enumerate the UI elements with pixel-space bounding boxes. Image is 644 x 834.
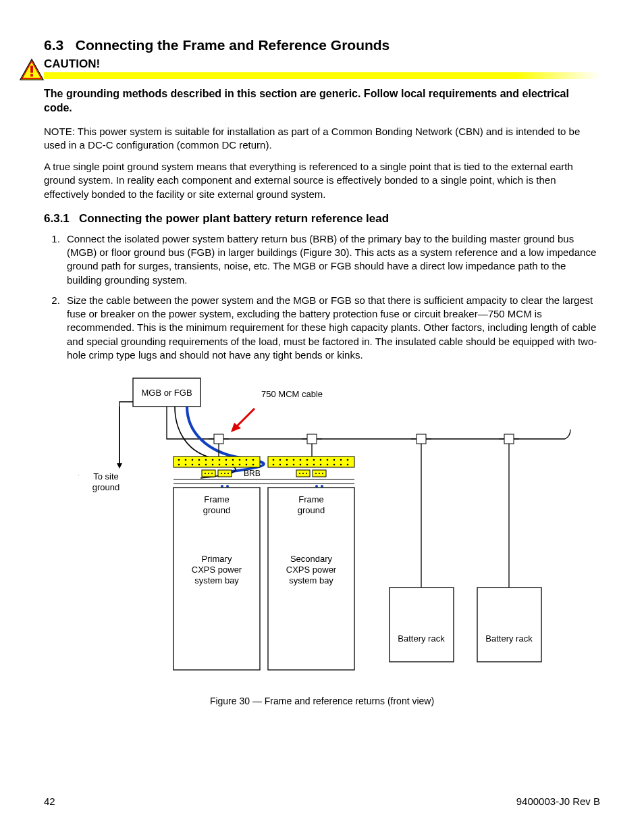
- frame-ground-label: Frame: [204, 494, 230, 504]
- body-paragraph: A true single point ground system means …: [44, 160, 600, 201]
- svg-point-60: [300, 459, 302, 461]
- svg-point-77: [333, 464, 336, 466]
- svg-point-71: [293, 464, 295, 466]
- svg-rect-23: [504, 434, 514, 444]
- svg-point-45: [185, 464, 187, 466]
- svg-point-32: [178, 459, 180, 461]
- svg-point-61: [306, 459, 308, 461]
- warning-triangle-icon: [19, 58, 45, 81]
- figure-caption: Figure 30 — Frame and reference returns …: [65, 696, 579, 706]
- svg-point-70: [286, 464, 288, 466]
- svg-point-54: [246, 464, 248, 466]
- svg-point-48: [205, 464, 207, 466]
- frame-ground-label: Frame: [298, 494, 324, 504]
- svg-point-47: [198, 464, 200, 466]
- page-footer: 42 9400003-J0 Rev B: [44, 796, 600, 807]
- svg-point-43: [252, 459, 254, 461]
- frame-ground-label: ground: [298, 505, 325, 515]
- svg-rect-20: [417, 434, 426, 444]
- svg-point-85: [208, 473, 209, 474]
- svg-point-36: [205, 459, 207, 461]
- svg-point-87: [221, 473, 222, 474]
- svg-point-53: [239, 464, 241, 466]
- cable-label: 750 MCM cable: [261, 389, 323, 399]
- svg-point-33: [185, 459, 187, 461]
- primary-bay-l3: system bay: [194, 575, 239, 585]
- yellow-accent-bar: [44, 72, 600, 79]
- battery-rack-label: Battery rack: [485, 633, 533, 644]
- svg-point-46: [192, 464, 194, 466]
- svg-point-38: [219, 459, 221, 461]
- list-item: Connect the isolated power system batter…: [63, 232, 600, 287]
- section-heading: 6.3 Connecting the Frame and Reference G…: [44, 37, 600, 53]
- svg-point-55: [252, 464, 254, 466]
- svg-point-93: [315, 473, 317, 474]
- numbered-list: Connect the isolated power system batter…: [44, 232, 600, 362]
- svg-point-58: [286, 459, 288, 461]
- svg-point-59: [293, 459, 295, 461]
- svg-rect-105: [477, 588, 541, 662]
- svg-point-65: [333, 459, 336, 461]
- svg-point-37: [212, 459, 214, 461]
- clamp-icon: [411, 434, 431, 444]
- svg-rect-104: [390, 588, 454, 662]
- secondary-bay-l1: Secondary: [290, 554, 333, 564]
- svg-point-78: [340, 464, 342, 466]
- to-site-line1: To site: [93, 471, 119, 481]
- svg-rect-30: [173, 457, 260, 467]
- mgb-label: MGB or FGB: [141, 388, 192, 398]
- clamp-icon: [209, 434, 229, 444]
- svg-point-76: [327, 464, 329, 466]
- battery-rack-label: Battery rack: [398, 633, 445, 644]
- svg-point-35: [198, 459, 200, 461]
- svg-point-90: [299, 473, 300, 474]
- to-site-line2: ground: [92, 482, 119, 492]
- svg-point-40: [232, 459, 234, 461]
- svg-rect-14: [214, 434, 223, 444]
- svg-point-75: [320, 464, 322, 466]
- svg-point-92: [306, 473, 307, 474]
- svg-point-42: [246, 459, 248, 461]
- doc-reference: 9400003-J0 Rev B: [516, 796, 600, 807]
- svg-point-72: [300, 464, 302, 466]
- svg-point-73: [306, 464, 308, 466]
- svg-point-69: [279, 464, 281, 466]
- svg-point-74: [313, 464, 315, 466]
- svg-point-44: [178, 464, 180, 466]
- svg-point-64: [327, 459, 329, 461]
- subsection-title-text: Connecting the power plant battery retur…: [79, 212, 389, 225]
- svg-point-95: [322, 473, 323, 474]
- secondary-bay-l2: CXPS power: [286, 565, 337, 575]
- subsection-number: 6.3.1: [44, 212, 70, 225]
- frame-ground-label: ground: [203, 505, 230, 515]
- brb-label: BRB: [244, 469, 261, 478]
- svg-point-51: [225, 464, 227, 466]
- clamp-icon: [499, 434, 519, 444]
- svg-point-56: [273, 459, 275, 461]
- svg-point-66: [340, 459, 342, 461]
- svg-point-39: [225, 459, 227, 461]
- caution-label: CAUTION!: [44, 57, 600, 71]
- section-number: 6.3: [44, 37, 63, 53]
- caution-statement: The grounding methods described in this …: [44, 87, 600, 115]
- svg-rect-3: [30, 74, 33, 77]
- svg-point-94: [319, 473, 320, 474]
- svg-point-49: [212, 464, 214, 466]
- page-number: 42: [44, 796, 55, 807]
- primary-bay-l2: CXPS power: [192, 565, 242, 575]
- subsection-heading: 6.3.1 Connecting the power plant battery…: [44, 212, 600, 226]
- svg-point-84: [205, 473, 206, 474]
- svg-point-50: [219, 464, 221, 466]
- svg-point-89: [227, 473, 229, 474]
- svg-point-63: [320, 459, 322, 461]
- svg-point-62: [313, 459, 315, 461]
- svg-point-52: [232, 464, 234, 466]
- svg-point-34: [192, 459, 194, 461]
- svg-point-88: [224, 473, 225, 474]
- svg-point-86: [211, 473, 213, 474]
- svg-rect-31: [268, 457, 354, 467]
- section-title-text: Connecting the Frame and Reference Groun…: [76, 37, 390, 53]
- list-item: Size the cable between the power system …: [63, 294, 600, 362]
- note-paragraph: NOTE: This power system is suitable for …: [44, 125, 600, 153]
- svg-point-91: [302, 473, 304, 474]
